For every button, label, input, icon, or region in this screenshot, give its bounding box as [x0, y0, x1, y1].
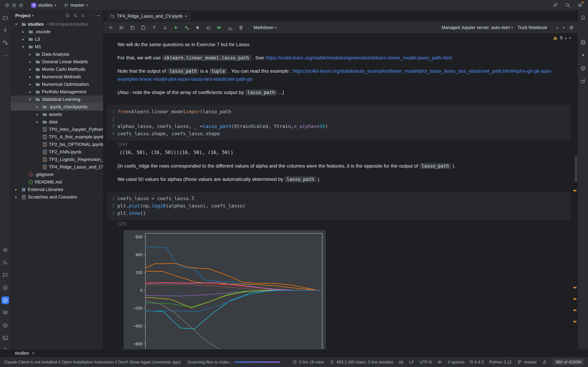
change-marker[interactable] — [573, 298, 576, 300]
hyperlink[interactable]: https://scikit-learn.org/stable/modules/… — [265, 55, 452, 60]
jupyter-server-dropdown[interactable]: Managed Jupyter server: auto-start ▾ — [442, 25, 513, 30]
tree-item-l3[interactable]: ▸L3 — [11, 35, 103, 43]
tree-item-tp2-knn-ipynb[interactable]: TP2_KNN.ipynb — [11, 148, 103, 156]
code-cell-2[interactable]: 1coefs_lasso = coefs_lasso.T2plt.plot(np… — [107, 192, 571, 220]
tree-chevron-icon[interactable]: ▸ — [36, 112, 42, 117]
trust-notebook-button[interactable]: Trust Notebook — [518, 25, 547, 30]
code-line[interactable]: 2 — [107, 115, 571, 123]
tree-chevron-icon[interactable]: ▸ — [15, 195, 21, 200]
next-cell-button[interactable]: ▾ — [563, 25, 564, 30]
tree-chevron-icon[interactable]: ▸ — [22, 30, 28, 34]
tree-item-general-linear-models[interactable]: ▸General Linear Models — [11, 58, 103, 66]
tree-chevron-icon[interactable]: ▸ — [29, 82, 35, 87]
status-message[interactable]: Claude Client is not installed // Open I… — [4, 360, 181, 365]
r-interpreter-widget[interactable]: R 4.4.3 — [470, 360, 484, 365]
tree-chevron-icon[interactable]: ▸ — [36, 120, 42, 124]
tree-item-data-analysis[interactable]: ▸Data Analysis — [11, 50, 103, 58]
code-line[interactable]: 4coefs_lasso.shape, coefs_lasso.shape — [107, 130, 571, 137]
tab-close-icon[interactable]: × — [185, 13, 187, 19]
code-line[interactable]: 1from sklearn.linear_model import lasso_… — [107, 108, 571, 115]
structure-tool-button[interactable] — [1, 39, 9, 47]
change-marker[interactable] — [573, 287, 576, 288]
services-tool-button[interactable] — [1, 322, 9, 329]
expand-icon[interactable] — [73, 13, 78, 18]
tree-item--ipynb-checkpoints[interactable]: ▸.ipynb_checkpoints — [11, 103, 103, 111]
tree-chevron-icon[interactable]: ▸ — [22, 37, 28, 42]
tree-item-tp2-bis-optional-ipynb[interactable]: TP2_bis_OPTIONAL.ipynb — [11, 141, 103, 148]
change-marker[interactable] — [573, 321, 576, 322]
memory-indicator[interactable]: 980 of 4200M — [553, 359, 584, 366]
bug-tool-button[interactable] — [1, 246, 9, 254]
bottom-tab-close-icon[interactable]: × — [32, 350, 35, 356]
git-branch-widget[interactable]: master — [517, 360, 537, 365]
code-line[interactable]: 3plt.show() — [107, 209, 571, 217]
indent-widget[interactable]: 4 spaces — [448, 360, 465, 365]
window-minimize-button[interactable] — [12, 3, 16, 7]
run-with-options-button[interactable] — [184, 25, 190, 31]
ai-assistant-tool-button[interactable] — [579, 51, 587, 59]
tree-chevron-icon[interactable]: ▸ — [29, 90, 35, 94]
clear-outputs-button[interactable] — [227, 25, 233, 31]
line-separator-widget[interactable]: LF — [409, 360, 414, 365]
collapse-all-icon[interactable] — [81, 13, 85, 18]
tree-item-numerical-optimisation[interactable]: ▸Numerical Optimisation — [11, 81, 103, 88]
globe-icon[interactable] — [569, 25, 574, 30]
tree-item-monte-carlo-methods[interactable]: ▸Monte Carlo Methods — [11, 66, 103, 73]
lock-icon[interactable] — [542, 360, 547, 365]
run-all-button[interactable] — [216, 25, 222, 31]
r-assistant-tool-button[interactable]: R — [1, 296, 9, 304]
tree-chevron-icon[interactable]: ▸ — [29, 52, 35, 57]
tree-item-numerical-methods[interactable]: ▸Numerical Methods — [11, 73, 103, 81]
more-tools-button[interactable] — [1, 51, 9, 59]
run-cell-button[interactable] — [173, 25, 179, 31]
delete-cell-button[interactable] — [238, 25, 244, 31]
database-tool-button[interactable] — [579, 39, 587, 46]
bottom-tab-label[interactable]: studies — [15, 350, 29, 356]
todo-tool-button[interactable] — [1, 259, 9, 266]
tree-chevron-icon[interactable]: ▸ — [36, 105, 42, 109]
run-cell-gutter-button[interactable] — [104, 194, 105, 201]
tree-item-tp3-logistic-regression-an-[interactable]: TP3_Logistic_Regression_an... — [11, 156, 103, 163]
tree-item-data[interactable]: ▸data — [11, 118, 103, 126]
change-marker[interactable] — [573, 309, 576, 311]
tree-item-studies[interactable]: ▾studies~/Workspace/studies — [11, 20, 103, 28]
dependencies-tool-button[interactable] — [579, 65, 587, 72]
tree-chevron-icon[interactable]: ▸ — [29, 60, 35, 64]
tree-item-readme-md[interactable]: README.md — [11, 178, 103, 186]
tab-notebook[interactable]: TP4_Ridge_Lasso_and_CV.ipynb × — [107, 12, 191, 21]
tree-item-m1[interactable]: ▾M1 — [11, 43, 103, 50]
project-widget[interactable]: S studies ▾ — [31, 2, 56, 8]
tree-item-tp4-ridge-lasso-and-cv-i-[interactable]: TP4_Ridge_Lasso_and_CV.i... — [11, 163, 103, 171]
tree-item-statistical-learning[interactable]: ▾Statistical Learning — [11, 96, 103, 103]
chevron-down-icon[interactable]: ▾ — [32, 13, 34, 18]
python-interpreter-widget[interactable]: Python 3.12 — [489, 360, 512, 365]
project-tool-button[interactable] — [1, 14, 9, 22]
settings-button[interactable] — [577, 2, 583, 8]
code-line[interactable]: 3alphas_lasso, coefs_lasso, _ = lasso_pa… — [107, 123, 571, 130]
tree-item-assets[interactable]: ▸assets — [11, 111, 103, 118]
keyboard-icon[interactable] — [399, 360, 404, 365]
hide-panel-icon[interactable] — [96, 13, 101, 18]
previous-cell-button[interactable]: ▴ — [556, 25, 558, 30]
change-marker[interactable] — [573, 190, 576, 191]
tree-item-tp1-a-first-example-ipynb[interactable]: TP1_A_first_example.ipynb — [11, 133, 103, 141]
tree-chevron-icon[interactable]: ▸ — [29, 67, 35, 72]
move-cell-down-button[interactable] — [162, 25, 168, 31]
window-close-button[interactable] — [5, 3, 9, 7]
tree-chevron-icon[interactable]: ▸ — [15, 187, 21, 192]
notifications-tool-button[interactable] — [579, 13, 587, 21]
code-line[interactable]: 1coefs_lasso = coefs_lasso.T — [107, 195, 571, 202]
code-line[interactable]: 2plt.plot(np.log10(alphas_lasso), coefs_… — [107, 202, 571, 209]
tree-chevron-icon[interactable]: ▾ — [15, 22, 21, 26]
tree-chevron-icon[interactable]: ▾ — [22, 45, 28, 49]
code-with-me-button[interactable] — [552, 2, 559, 8]
tree-item-portfolio-management[interactable]: ▸Portfolio Management — [11, 88, 103, 96]
search-everywhere-button[interactable] — [564, 2, 571, 8]
cut-cell-button[interactable] — [119, 25, 125, 31]
tree-item-tp0-intro-jupyter-python-ip-[interactable]: TP0_Intro_Jupyter_Python.ip... — [11, 126, 103, 133]
copy-cell-button[interactable] — [129, 25, 136, 31]
vcs-branch-widget[interactable]: master ▾ — [64, 2, 88, 8]
ai-chat-tool-button[interactable] — [1, 271, 9, 279]
add-cell-button[interactable] — [108, 25, 114, 31]
time-tracker[interactable]: 3 hrs 18 mins — [292, 360, 324, 365]
